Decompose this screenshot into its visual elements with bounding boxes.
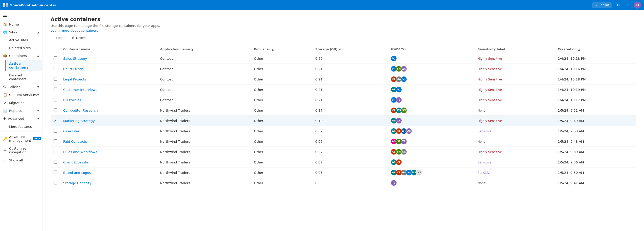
table-row[interactable]: Legal ProjectsContosoOther0.21CLMWMJHigh… [51, 74, 636, 85]
table-row[interactable]: Court FilingsContosoOther0.21MJSNZRHighl… [51, 64, 636, 74]
row-checkbox[interactable] [54, 77, 57, 81]
col-owners-label: Owners [391, 47, 404, 51]
containers-chevron-icon: ▲ [37, 54, 39, 57]
sidebar-item-active-sites[interactable]: Active sites [5, 36, 42, 44]
policies-chevron-icon: ▼ [37, 86, 39, 88]
sidebar-item-active-containers[interactable]: Active containers [5, 60, 42, 71]
table-row[interactable]: ✔Marketing StrategyNorthwind TradersOthe… [51, 116, 636, 126]
row-checkbox[interactable] [54, 98, 57, 101]
row-checkbox[interactable] [54, 129, 57, 133]
container-name-link[interactable]: Legal Projects [63, 77, 86, 81]
table-row[interactable]: Competitor ResearchNorthwind TradersOthe… [51, 105, 636, 116]
delete-button[interactable]: 🗑 Delete [69, 34, 88, 41]
container-name-link[interactable]: Marketing Strategy [63, 119, 95, 123]
container-created: 1/5/24, 9:53 AM [555, 126, 636, 136]
sites-icon: 🌐 [3, 30, 7, 34]
container-name-link[interactable]: Sales Strategy [63, 57, 87, 60]
container-name-link[interactable]: HR Policies [63, 98, 81, 102]
row-checkbox[interactable] [54, 139, 57, 143]
col-header-created[interactable]: Created on ▲ [555, 45, 636, 53]
sidebar-item-home[interactable]: 🏠 Home [0, 20, 42, 28]
container-publisher: Other [251, 157, 312, 167]
row-checkbox[interactable] [54, 150, 57, 153]
container-name-link[interactable]: Client Ecosystem [63, 160, 91, 164]
row-checkbox[interactable] [54, 181, 57, 184]
settings-icon[interactable]: ⚙ [616, 3, 621, 8]
container-created: 1/5/24, 9:48 AM [555, 136, 636, 147]
sidebar-item-migration[interactable]: ↗ Migration [0, 99, 42, 107]
svg-rect-5 [3, 15, 7, 15]
container-name-link[interactable]: Rules and Workflows [63, 150, 97, 154]
col-header-publisher[interactable]: Publisher ▲ [251, 45, 312, 53]
col-header-name[interactable]: Container name [60, 45, 157, 53]
copilot-button[interactable]: ✦ Copilot [592, 2, 612, 8]
col-sensitivity-label: Sensitivity label [477, 48, 505, 51]
sidebar-item-show-all[interactable]: ⋯ Show all [0, 156, 42, 164]
row-checkbox[interactable] [54, 88, 57, 91]
container-publisher: Other [251, 105, 312, 116]
sidebar-item-customize-navigation[interactable]: ✏ Customize navigation [0, 144, 42, 156]
table-row[interactable]: Rules and WorkflowsNorthwind TradersOthe… [51, 147, 636, 157]
sidebar-section-sites[interactable]: 🌐 Sites ▲ [0, 28, 42, 36]
container-owners: ARCLWEZR [388, 126, 474, 136]
sidebar-section-containers[interactable]: 📦 Containers ▲ [0, 52, 42, 60]
container-owners: MJ [388, 53, 474, 64]
container-name-link[interactable]: Competitor Research [63, 109, 98, 112]
row-checkbox[interactable] [54, 160, 57, 164]
delete-label: Delete [76, 36, 86, 40]
reports-chevron-icon: ▼ [37, 109, 39, 112]
container-owners: CLMSSN [388, 105, 474, 116]
select-all-header[interactable] [51, 45, 60, 53]
table-row[interactable]: HR PoliciesContosoOther0.21MJTCHighly Se… [51, 95, 636, 105]
learn-more-link[interactable]: Learn more about containers [51, 29, 98, 32]
sidebar-item-deleted-containers[interactable]: Deleted containers [5, 71, 42, 83]
container-app: Northwind Traders [157, 157, 251, 167]
container-name-link[interactable]: Brand and Logos [63, 171, 91, 175]
col-header-owners: Owners ⓘ [388, 45, 474, 53]
row-checkbox[interactable] [54, 171, 57, 174]
sidebar-item-advanced-management[interactable]: 🔑 Advanced management PRO [0, 133, 42, 144]
container-name-link[interactable]: Case Files [63, 129, 79, 133]
table-row[interactable]: Client EcosystemNorthwind TradersOther0.… [51, 157, 636, 167]
sidebar-item-deleted-sites[interactable]: Deleted sites [5, 44, 42, 52]
advanced-management-icon: 🔑 [3, 137, 7, 141]
container-created: 1/4/24, 10:16 PM [555, 64, 636, 74]
more-features-icon: ⋯ [3, 124, 7, 129]
sidebar-item-more-features[interactable]: ⋯ More features [0, 122, 42, 131]
col-header-app[interactable]: Application name ▲ [157, 45, 251, 53]
row-checkbox[interactable] [54, 56, 57, 60]
svg-rect-1 [6, 3, 8, 5]
row-selected-icon[interactable]: ✔ [54, 119, 57, 123]
container-name-link[interactable]: Court Filings [63, 67, 83, 71]
col-header-storage[interactable]: Storage (GB) ▼ [312, 45, 388, 53]
table-row[interactable]: Customer InterviewsContosoOther0.21ARMJH… [51, 85, 636, 95]
policies-label: Policies [8, 85, 20, 89]
row-checkbox[interactable] [54, 108, 57, 112]
table-row[interactable]: Storage CapacityNorthwind TradersOther0.… [51, 178, 636, 188]
owners-info-icon[interactable]: ⓘ [405, 48, 408, 51]
sidebar-section-content-services[interactable]: 📋 Content services ▼ [0, 91, 42, 99]
hamburger-menu-button[interactable] [0, 10, 10, 20]
migration-icon: ↗ [3, 101, 7, 105]
table-row[interactable]: Sales StrategyContosoOther0.22MJHighly S… [51, 53, 636, 64]
row-checkbox[interactable] [54, 67, 57, 70]
help-icon[interactable]: ? [625, 3, 630, 8]
table-row[interactable]: Brand and LogosNorthwind TradersOther0.0… [51, 167, 636, 178]
containers-label: Containers [9, 54, 27, 58]
topbar: SharePoint admin center ✦ Copilot ⚙ ? JD [0, 0, 644, 10]
avatar[interactable]: JD [634, 2, 641, 9]
sidebar-section-policies[interactable]: 🛡 Policies ▼ [0, 83, 42, 91]
container-app: Northwind Traders [157, 126, 251, 136]
container-name-link[interactable]: Customer Interviews [63, 88, 97, 92]
sidebar-section-reports[interactable]: 📊 Reports ▼ [0, 107, 42, 115]
container-app: Northwind Traders [157, 116, 251, 126]
export-button[interactable]: ↓ Export [51, 34, 68, 41]
table-row[interactable]: Case FilesNorthwind TradersOther0.07ARCL… [51, 126, 636, 136]
container-name-link[interactable]: Paid Contracts [63, 140, 87, 143]
copilot-label: Copilot [599, 3, 609, 7]
container-sensitivity: Highly Sensitive [474, 53, 555, 64]
container-name-link[interactable]: Storage Capacity [63, 181, 91, 185]
table-row[interactable]: Paid ContractsNorthwind TradersOther0.07… [51, 136, 636, 147]
sidebar-section-advanced[interactable]: ⚙ Advanced ▼ [0, 115, 42, 122]
container-sensitivity: Sensitive [474, 167, 555, 178]
